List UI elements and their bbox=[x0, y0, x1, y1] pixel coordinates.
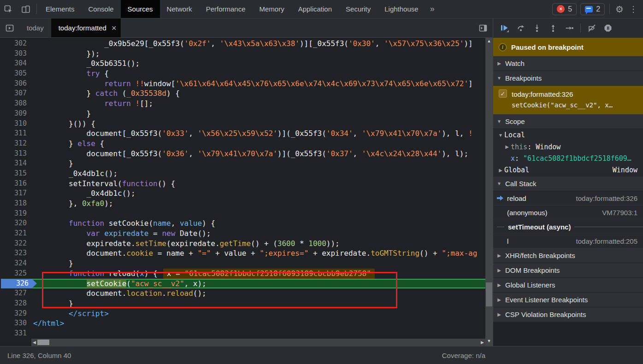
scroll-left-icon[interactable]: ◀ bbox=[31, 340, 36, 345]
step-over-icon[interactable] bbox=[514, 21, 528, 35]
kebab-menu-icon[interactable]: ⋮ bbox=[627, 0, 643, 18]
line-number[interactable]: 309 bbox=[0, 109, 31, 119]
step-into-icon[interactable] bbox=[530, 21, 544, 35]
scroll-right-icon[interactable]: ▶ bbox=[481, 340, 485, 345]
code-text[interactable]: return ![]; bbox=[31, 99, 493, 109]
code-text[interactable]: function reload(x) {x = "61cac5082f1bbdc… bbox=[31, 269, 493, 279]
code-line-313[interactable]: 313 document[_0x55f3('0x36', '\x79\x41\x… bbox=[0, 149, 493, 159]
settings-gear-icon[interactable]: ⚙ bbox=[612, 0, 627, 18]
code-text[interactable]: } bbox=[31, 258, 493, 269]
vertical-scrollbar[interactable]: ▲ ▼ bbox=[485, 38, 493, 346]
device-toolbar-icon[interactable] bbox=[17, 0, 35, 18]
code-editor[interactable]: 302 _0x9b5e29[_0x55f3('0x2f', '\x43\x5a\… bbox=[0, 38, 493, 346]
scope-local-row[interactable]: ▼ Local bbox=[493, 129, 643, 141]
line-number[interactable]: 310 bbox=[0, 119, 31, 129]
code-line-321[interactable]: 321 var expiredate = new Date(); bbox=[0, 229, 493, 239]
line-number[interactable]: 327 bbox=[0, 288, 31, 299]
code-text[interactable]: setInterval(function() { bbox=[31, 179, 493, 189]
code-line-331[interactable]: 331 bbox=[0, 329, 493, 339]
horizontal-scrollbar[interactable]: ◀ ▶ bbox=[31, 339, 485, 346]
code-line-303[interactable]: 303 }); bbox=[0, 49, 493, 59]
line-number[interactable]: 303 bbox=[0, 49, 31, 59]
line-number[interactable]: 302 bbox=[0, 39, 31, 49]
call-stack-frame-reload[interactable]: reloadtoday:formatted:326 bbox=[493, 191, 643, 205]
tab-console[interactable]: Console bbox=[82, 0, 121, 18]
line-number[interactable]: 325 bbox=[0, 269, 31, 279]
code-text[interactable]: } catch (_0x35538d) { bbox=[31, 88, 493, 99]
code-line-308[interactable]: 308 return ![]; bbox=[0, 99, 493, 109]
code-text[interactable]: document[_0x55f3('0x33', '\x56\x25\x59\x… bbox=[31, 129, 493, 139]
section-csp-violation-breakpoints[interactable]: ▶ CSP Violation Breakpoints bbox=[493, 307, 643, 322]
tab-network[interactable]: Network bbox=[160, 0, 199, 18]
code-line-304[interactable]: 304 _0x5b6351(); bbox=[0, 59, 493, 69]
line-number[interactable]: 304 bbox=[0, 59, 31, 69]
line-number[interactable]: 314 bbox=[0, 159, 31, 169]
code-text[interactable]: } bbox=[31, 109, 493, 119]
file-tab-today-formatted[interactable]: today:formatted × bbox=[51, 18, 121, 37]
horizontal-scroll-thumb[interactable] bbox=[37, 340, 49, 345]
section-dom-breakpoints[interactable]: ▶ DOM Breakpoints bbox=[493, 263, 643, 278]
code-line-315[interactable]: 315 _0x4db1c(); bbox=[0, 169, 493, 179]
code-text[interactable] bbox=[31, 329, 493, 339]
code-text[interactable]: document.cookie = name + "=" + value + "… bbox=[31, 248, 493, 258]
code-line-322[interactable]: 322 expiredate.setTime(expiredate.getTim… bbox=[0, 239, 493, 249]
step-icon[interactable] bbox=[562, 21, 576, 35]
code-line-316[interactable]: 316 setInterval(function() { bbox=[0, 179, 493, 189]
pause-on-exceptions-icon[interactable] bbox=[601, 21, 615, 35]
code-text[interactable]: </script> bbox=[31, 309, 493, 319]
code-line-324[interactable]: 324 } bbox=[0, 258, 493, 269]
code-text[interactable]: _0x5b6351(); bbox=[31, 59, 493, 69]
code-text[interactable]: _0x4db1c(); bbox=[31, 169, 493, 179]
code-text[interactable]: } bbox=[31, 159, 493, 169]
section-global-listeners[interactable]: ▶ Global Listeners bbox=[493, 278, 643, 293]
code-line-330[interactable]: 330</html> bbox=[0, 318, 493, 329]
code-line-328[interactable]: 328 } bbox=[0, 299, 493, 309]
tab-performance[interactable]: Performance bbox=[199, 0, 253, 18]
line-number[interactable]: 329 bbox=[0, 309, 31, 319]
code-text[interactable]: }, 0xfa0); bbox=[31, 199, 493, 209]
line-number[interactable]: 315 bbox=[0, 169, 31, 179]
breakpoint-checkbox[interactable]: ✓ bbox=[499, 89, 507, 98]
section-call-stack[interactable]: ▼ Call Stack bbox=[493, 176, 643, 191]
line-number[interactable]: 330 bbox=[0, 318, 31, 329]
breakpoint-entry[interactable]: ✓ today:formatted:326 setCookie("acw_sc_… bbox=[493, 86, 643, 114]
code-text[interactable]: try { bbox=[31, 69, 493, 79]
line-number[interactable]: 321 bbox=[0, 229, 31, 239]
show-navigator-icon[interactable] bbox=[0, 18, 19, 37]
code-text[interactable]: function setCookie(name, value) { bbox=[31, 218, 493, 229]
scope-x-row[interactable]: x: "61cac5082f1bbdcf2518f609… bbox=[493, 153, 643, 164]
code-line-310[interactable]: 310 }()) { bbox=[0, 119, 493, 129]
resume-script-icon[interactable] bbox=[498, 21, 512, 35]
code-text[interactable]: _0x4db1c(); bbox=[31, 188, 493, 199]
code-line-314[interactable]: 314 } bbox=[0, 159, 493, 169]
code-line-318[interactable]: 318 }, 0xfa0); bbox=[0, 199, 493, 209]
scroll-down-icon[interactable]: ▼ bbox=[485, 339, 493, 343]
code-line-307[interactable]: 307 } catch (_0x35538d) { bbox=[0, 88, 493, 99]
code-line-326[interactable]: 326 setCookie("acw_sc__v2", x); bbox=[0, 279, 493, 289]
code-text[interactable]: var expiredate = new Date(); bbox=[31, 229, 493, 239]
step-out-icon[interactable] bbox=[546, 21, 560, 35]
line-number[interactable]: 305 bbox=[0, 69, 31, 79]
code-text[interactable]: setCookie("acw_sc__v2", x); bbox=[31, 279, 493, 289]
line-number[interactable]: 331 bbox=[0, 329, 31, 339]
line-number[interactable]: 322 bbox=[0, 239, 31, 249]
execution-breakpoint-badge[interactable]: 326 bbox=[1, 279, 37, 289]
line-number[interactable]: 317 bbox=[0, 188, 31, 199]
code-line-306[interactable]: 306 return !!window['\x61\x64\x64\x45\x7… bbox=[0, 79, 493, 89]
code-line-329[interactable]: 329 </script> bbox=[0, 309, 493, 319]
code-text[interactable]: }()) { bbox=[31, 119, 493, 129]
tab-elements[interactable]: Elements bbox=[39, 0, 82, 18]
code-text[interactable]: } bbox=[31, 299, 493, 309]
code-line-320[interactable]: 320 function setCookie(name, value) { bbox=[0, 218, 493, 229]
code-line-319[interactable]: 319 bbox=[0, 209, 493, 219]
line-number[interactable]: 328 bbox=[0, 299, 31, 309]
line-number[interactable]: 308 bbox=[0, 99, 31, 109]
tab-sources[interactable]: Sources bbox=[121, 0, 160, 18]
close-icon[interactable]: × bbox=[112, 24, 117, 32]
section-watch[interactable]: ▶ Watch bbox=[493, 56, 643, 71]
section-breakpoints[interactable]: ▼ Breakpoints bbox=[493, 71, 643, 86]
line-number[interactable]: 324 bbox=[0, 258, 31, 269]
code-text[interactable]: document[_0x55f3('0x36', '\x79\x41\x70\x… bbox=[31, 149, 493, 159]
section-scope[interactable]: ▼ Scope bbox=[493, 114, 643, 129]
line-number[interactable]: 316 bbox=[0, 179, 31, 189]
